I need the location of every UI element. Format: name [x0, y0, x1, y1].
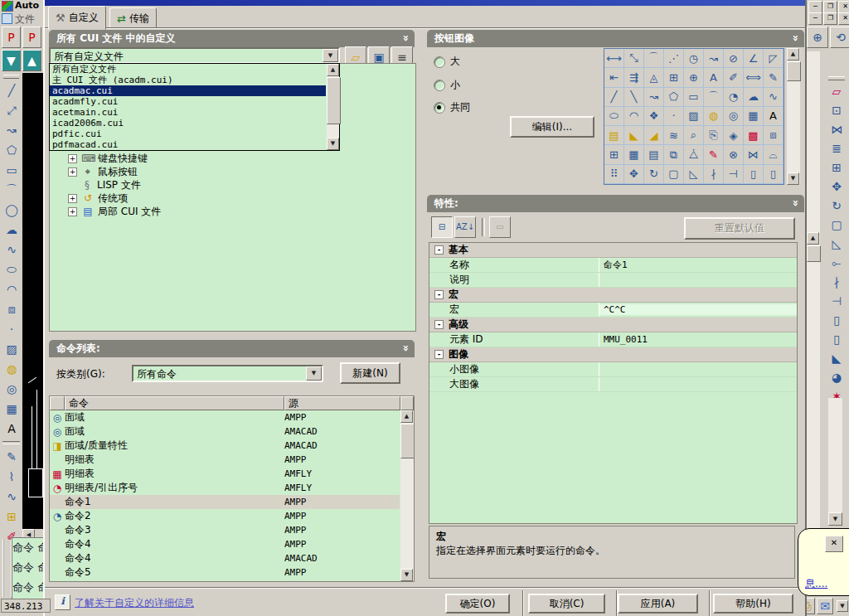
chamfer-icon[interactable]: ◣ — [827, 349, 847, 367]
insert-block-icon[interactable]: ⧈ — [2, 299, 22, 318]
button-image-cell[interactable]: ⟺ — [744, 68, 764, 87]
modify-scroll-track[interactable] — [828, 398, 842, 512]
button-image-cell[interactable]: ↝ — [644, 88, 664, 107]
expand-icon[interactable]: + — [68, 167, 77, 177]
rectangle-icon[interactable]: ▭ — [2, 160, 22, 179]
radio-both[interactable]: 共同 — [434, 100, 470, 114]
cancel-button[interactable]: 取消(C) — [528, 594, 605, 614]
property-category-row[interactable]: -宏 — [429, 288, 797, 303]
alphabetical-sort-icon[interactable]: AZ↓ — [454, 216, 476, 238]
button-image-cell[interactable]: ✐ — [724, 68, 744, 87]
etransmit-icon[interactable]: ▲ — [22, 50, 41, 71]
collapse-icon[interactable]: - — [434, 350, 444, 359]
stretch-icon[interactable]: ◺ — [827, 235, 847, 253]
property-row[interactable]: 说明 — [429, 273, 797, 288]
app-close-button[interactable]: ✕ — [838, 1, 849, 13]
button-image-cell[interactable]: ◠ — [624, 107, 644, 126]
button-image-cell[interactable]: ⬠ — [664, 88, 684, 107]
cui-file-option[interactable]: acadmac.cui — [50, 85, 326, 96]
button-image-cell[interactable]: ╱ — [604, 88, 624, 107]
button-image-cell[interactable]: ≋ — [664, 126, 684, 145]
construction-line-icon[interactable]: ⤢ — [2, 100, 22, 119]
category-combobox[interactable]: 所有命令 ▼ — [132, 365, 323, 382]
button-image-cell[interactable]: ▯ — [744, 165, 764, 184]
button-image-cell[interactable]: ◬ — [644, 68, 664, 87]
command-row[interactable]: ◎面域AMPP — [50, 410, 400, 424]
scroll-up-button[interactable]: ▲ — [807, 232, 819, 245]
offset-icon[interactable]: ≣ — [827, 139, 847, 158]
command-list-scrollbar[interactable]: ▲ ▼ — [400, 410, 414, 581]
button-image-cell[interactable]: ◍ — [704, 107, 724, 126]
cui-file-option[interactable]: pdfmacad.cui — [50, 139, 326, 150]
apply-button[interactable]: 应用(A) — [618, 594, 698, 614]
button-image-cell[interactable]: ⟷ — [604, 49, 624, 68]
move-icon[interactable]: ✥ — [827, 177, 847, 196]
ellipse-icon[interactable]: ⬭ — [2, 259, 22, 279]
toolbar-grip[interactable] — [828, 76, 845, 80]
app-restore-button[interactable]: ❐ — [823, 1, 837, 13]
tab-transfer[interactable]: ⇄传输 — [109, 7, 157, 29]
command-row[interactable]: 命令5AMPP — [50, 565, 400, 580]
tree-item[interactable]: §LISP 文件 — [50, 178, 415, 192]
button-image-cell[interactable]: ◔ — [724, 88, 744, 107]
combobox-dropdown-button[interactable]: ▼ — [306, 366, 322, 381]
fillet-icon[interactable]: ◕ — [827, 368, 847, 386]
ellipse-arc-icon[interactable]: ◠ — [2, 279, 22, 298]
array-icon[interactable]: ⊞ — [827, 158, 847, 177]
collapse-panel-button[interactable]: « — [789, 35, 801, 41]
property-category-row[interactable]: -基本 — [429, 243, 797, 258]
canvas-v-scrollbar[interactable]: ▲ — [807, 51, 820, 574]
source-column-header[interactable]: 源 — [284, 396, 400, 410]
expand-icon[interactable]: + — [68, 207, 77, 216]
help-button[interactable]: 帮助(H) — [713, 594, 793, 614]
radio-both-button[interactable] — [434, 102, 445, 114]
button-image-cell[interactable]: ▨ — [684, 107, 704, 126]
button-image-cell[interactable]: ✎ — [764, 68, 784, 87]
button-image-cell[interactable]: ⎘ — [704, 126, 724, 145]
drawing-canvas[interactable] — [22, 73, 43, 529]
scroll-down-button[interactable]: ▼ — [828, 512, 842, 526]
polygon-icon[interactable]: ⬠ — [2, 140, 22, 159]
button-image-cell[interactable]: ⋈ — [744, 145, 764, 164]
button-image-cell[interactable]: ▭ — [684, 88, 704, 107]
button-image-cell[interactable]: ⤡ — [624, 49, 644, 68]
property-row[interactable]: 大图像 — [429, 377, 797, 392]
command-row[interactable]: 命令4AMACAD — [50, 551, 400, 565]
button-image-cell[interactable]: ▤ — [604, 126, 624, 145]
command-row[interactable]: ▦明细表AMFLY — [50, 467, 400, 481]
scroll-up-button[interactable]: ▲ — [400, 410, 413, 423]
tab-customize[interactable]: ⚒自定义 — [48, 6, 106, 30]
gradient-icon[interactable]: ◍ — [2, 359, 22, 378]
point-icon[interactable]: · — [2, 319, 22, 338]
scroll-thumb[interactable] — [787, 61, 801, 81]
palette-item[interactable]: 命令 命令 — [12, 578, 44, 598]
tree-item[interactable]: +↺传统项 — [50, 192, 415, 205]
scroll-up-button[interactable]: ▲ — [327, 64, 339, 76]
button-image-cell[interactable]: ✥ — [624, 165, 644, 184]
expand-icon[interactable]: + — [68, 154, 77, 163]
radio-large-button[interactable] — [434, 56, 445, 68]
button-image-cell[interactable]: ╲ — [624, 88, 644, 107]
line-icon[interactable]: ╱ — [2, 80, 22, 99]
rotate-icon[interactable]: ↻ — [827, 196, 847, 215]
button-image-cell[interactable]: ⊞ — [604, 145, 624, 164]
learn-more-link[interactable]: 了解关于自定义的详细信息 — [75, 596, 194, 610]
categorized-view-icon[interactable]: ⊟ — [431, 216, 453, 238]
new-command-button[interactable]: 新建(N) — [340, 362, 400, 384]
radio-large[interactable]: 大 — [434, 55, 460, 69]
button-image-cell[interactable]: ⌒ — [644, 49, 664, 68]
button-image-scrollbar[interactable]: ▲ ▼ — [787, 48, 800, 185]
command-row[interactable]: ◎面域AMACAD — [50, 424, 400, 439]
property-value[interactable]: MMU_0011 — [599, 334, 797, 345]
command-row[interactable]: ◔明细表/引出序号AMFLY — [50, 481, 400, 495]
button-image-cell[interactable]: ∠ — [744, 49, 764, 68]
button-image-cell[interactable]: ◷ — [684, 49, 704, 68]
scroll-thumb[interactable] — [400, 424, 415, 458]
button-image-cell[interactable]: ⧈ — [764, 126, 784, 145]
collapse-panel-button[interactable]: « — [400, 35, 411, 41]
doc-restore-button[interactable]: ❐ — [823, 12, 837, 25]
button-image-cell[interactable]: ❖ — [644, 107, 664, 126]
edit-spline-icon[interactable]: ∿ — [2, 487, 22, 506]
button-image-cell[interactable]: ⊗ — [724, 145, 744, 164]
button-image-cell[interactable]: ∿ — [764, 88, 784, 107]
